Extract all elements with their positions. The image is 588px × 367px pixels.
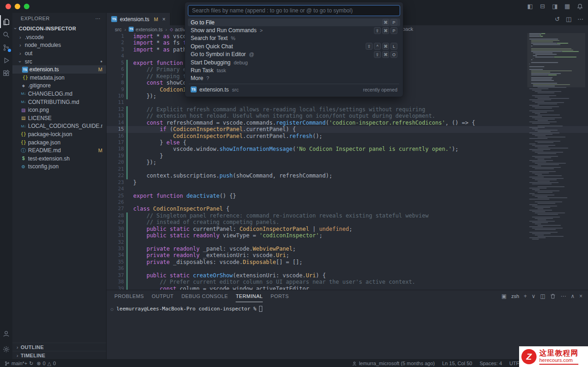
explorer-more-actions-icon[interactable]: ⋯ [96, 16, 101, 22]
git-branch-status[interactable]: main*+↻ [5, 361, 34, 367]
kill-terminal-icon[interactable] [550, 293, 556, 299]
editor-tab[interactable]: TS extension.ts M × [107, 13, 170, 25]
line-number[interactable]: 39 [107, 286, 124, 290]
line-number[interactable]: 4 [107, 53, 124, 59]
panel-tab-terminal[interactable]: TERMINAL [236, 291, 263, 302]
panel-tab-ports[interactable]: PORTS [271, 291, 289, 302]
line-number[interactable]: 2 [107, 40, 124, 46]
line-number[interactable]: 18 [107, 146, 124, 152]
tree-item-src[interactable]: ›src● [12, 57, 106, 66]
activity-run-and-debug-icon[interactable] [0, 54, 12, 67]
tree-item-tsconfig.json[interactable]: ⚙tsconfig.json [12, 163, 106, 171]
tree-item-.gitignore[interactable]: ◆.gitignore [12, 82, 106, 90]
cursor-position-status[interactable]: Ln 15, Col 50 [442, 361, 472, 366]
tree-item-contributing.md[interactable]: M↓CONTRIBUTING.md [12, 98, 106, 106]
code-line[interactable]: 17 } else { [107, 139, 588, 146]
panel-tab-problems[interactable]: PROBLEMS [114, 291, 144, 302]
problems-status[interactable]: ⊗0△0 [37, 361, 56, 367]
line-number[interactable]: 28 [107, 212, 124, 219]
tree-item-.vscode[interactable]: ›.vscode [12, 33, 106, 41]
palette-item-more[interactable]: More? [188, 75, 400, 82]
quick-open-input[interactable] [188, 5, 400, 16]
panel-tab-debug-console[interactable]: DEBUG CONSOLE [181, 291, 228, 302]
activity-source-control-icon[interactable] [0, 41, 12, 54]
line-number[interactable]: 11 [107, 99, 124, 106]
breadcrumb-item-src[interactable]: src [115, 27, 122, 32]
code-line[interactable]: 18 vscode.window.showInformationMessage(… [107, 146, 588, 152]
close-panel-icon[interactable]: × [579, 293, 582, 299]
code-line[interactable]: 30 public static currentPanel: CodiconIn… [107, 226, 588, 232]
line-number[interactable]: 5 [107, 60, 124, 66]
code-line[interactable]: 12 // Explicit refresh command allows re… [107, 106, 588, 113]
project-root-header[interactable]: › CODICON-INSPECTOR [12, 24, 106, 33]
tree-item-test-extension.sh[interactable]: $test-extension.sh [12, 155, 106, 163]
line-number[interactable]: 15 [107, 126, 124, 132]
line-number[interactable]: 1 [107, 33, 124, 40]
new-terminal-icon[interactable]: + [524, 293, 527, 299]
line-number[interactable]: 26 [107, 199, 124, 206]
tree-item-license[interactable]: ▤LICENSE [12, 114, 106, 122]
code-line[interactable]: 14 const refreshCommand = vscode.command… [107, 120, 588, 126]
palette-item-search-for-text[interactable]: Search for Text% [188, 34, 400, 42]
line-number[interactable]: 21 [107, 166, 124, 172]
line-number[interactable]: 17 [107, 139, 124, 146]
notifications-icon[interactable] [576, 3, 583, 10]
line-number[interactable]: 36 [107, 265, 124, 272]
code-line[interactable]: 35 private _disposables: vscode.Disposab… [107, 259, 588, 265]
line-number[interactable]: 7 [107, 73, 124, 80]
split-editor-icon[interactable]: ◫ [566, 16, 571, 23]
line-number[interactable]: 37 [107, 272, 124, 279]
tree-item-package.json[interactable]: {}package.json [12, 138, 106, 147]
history-icon[interactable]: ↺ [555, 16, 560, 23]
palette-item-open-quick-chat[interactable]: Open Quick Chat⇧^⌘L [188, 42, 400, 50]
sidebar-section-timeline[interactable]: ›TIMELINE [12, 351, 106, 359]
shell-label[interactable]: zsh [511, 293, 519, 299]
minimap[interactable] [529, 33, 583, 290]
code-line[interactable]: 24 [107, 186, 588, 192]
code-line[interactable]: 33 private readonly _panel: vscode.Webvi… [107, 246, 588, 252]
line-number[interactable]: 29 [107, 219, 124, 225]
tree-item-icon.png[interactable]: ▨icon.png [12, 106, 106, 114]
close-tab-icon[interactable]: × [162, 16, 165, 23]
line-number[interactable]: 19 [107, 153, 124, 159]
customize-layout-icon[interactable]: ▦ [564, 3, 571, 10]
code-line[interactable]: 15 if (CodiconInspectorPanel.currentPane… [107, 126, 588, 132]
line-number[interactable]: 10 [107, 93, 124, 99]
toggle-panel-icon[interactable]: ⊟ [539, 3, 546, 10]
maximize-panel-icon[interactable]: ∧ [571, 293, 575, 299]
tree-item-readme.md[interactable]: ⓘREADME.mdM [12, 146, 106, 155]
code-line[interactable]: 34 private readonly _extensionUri: vscod… [107, 252, 588, 258]
code-line[interactable]: 32 [107, 239, 588, 246]
palette-item-go-to-file[interactable]: Go to File⌘P [188, 18, 400, 26]
line-number[interactable]: 31 [107, 232, 124, 239]
line-number[interactable]: 24 [107, 186, 124, 192]
code-line[interactable]: 19 } [107, 153, 588, 159]
activity-explorer-icon[interactable] [0, 15, 12, 28]
breadcrumb-item-extension.ts[interactable]: TSextension.ts [129, 27, 163, 32]
activity-account-icon[interactable] [0, 327, 12, 340]
tree-item-local-codicons-guide.md[interactable]: M↓LOCAL_CODICONS_GUIDE.md [12, 122, 106, 131]
activity-manage-icon[interactable] [0, 343, 12, 356]
sidebar-section-outline[interactable]: ›OUTLINE [12, 343, 106, 351]
tree-item-metadata.json[interactable]: {}metadata.json [12, 74, 106, 82]
code-line[interactable]: 13 // extension host reload. Useful when… [107, 113, 588, 119]
code-line[interactable]: 25export function deactivate() {} [107, 193, 588, 199]
code-line[interactable]: 29 // instead of creating competing pane… [107, 219, 588, 225]
tree-item-changelog.md[interactable]: M↓CHANGELOG.md [12, 90, 106, 98]
git-blame-status[interactable]: lemurra_microsoft (5 months ago) [352, 361, 435, 366]
code-line[interactable]: 16 CodiconInspectorPanel.currentPanel.re… [107, 133, 588, 139]
code-line[interactable]: 39 const column = vscode.window.activeTe… [107, 286, 588, 290]
terminal-profile-icon[interactable]: ▣ [502, 293, 507, 299]
line-number[interactable]: 23 [107, 179, 124, 186]
tree-item-extension.ts[interactable]: TSextension.tsM [12, 65, 106, 74]
panel-tab-output[interactable]: OUTPUT [152, 291, 174, 302]
line-number[interactable]: 34 [107, 252, 124, 258]
terminal-dropdown-icon[interactable]: ∨ [531, 293, 536, 299]
zoom-window-button[interactable] [24, 4, 29, 9]
line-number[interactable]: 27 [107, 206, 124, 212]
line-number[interactable]: 25 [107, 193, 124, 199]
code-line[interactable]: 36 [107, 265, 588, 272]
toggle-primary-sidebar-icon[interactable]: ◧ [526, 3, 534, 10]
code-line[interactable]: 38 // Prefer current editor column so UI… [107, 279, 588, 285]
activity-search-icon[interactable] [0, 28, 12, 41]
